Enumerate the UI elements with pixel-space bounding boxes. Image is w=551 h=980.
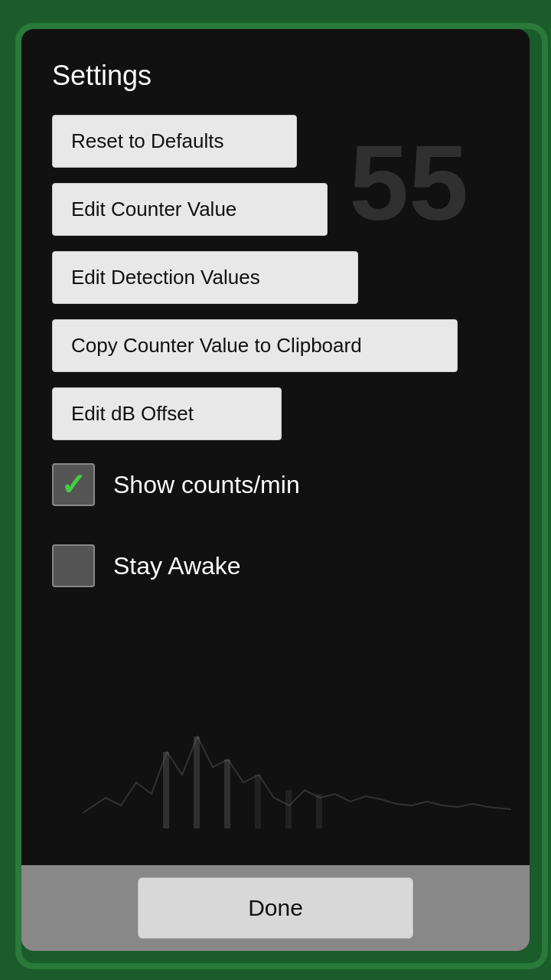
edit-detection-values-button[interactable]: Edit Detection Values [52,251,358,304]
stay-awake-row: Stay Awake [52,544,499,587]
checkmark-icon: ✓ [60,469,86,500]
copy-counter-value-button[interactable]: Copy Counter Value to Clipboard [52,319,458,372]
footer: Done [21,865,530,951]
stay-awake-label: Stay Awake [113,552,241,580]
show-counts-min-label: Show counts/min [113,471,300,499]
outer-border: 55 Settings Reset to Defaults Edit Count… [15,23,536,957]
reset-defaults-button[interactable]: Reset to Defaults [52,115,297,168]
edit-counter-value-button[interactable]: Edit Counter Value [52,183,328,236]
show-counts-min-row: ✓ Show counts/min [52,463,499,506]
done-button[interactable]: Done [138,877,413,939]
page-title: Settings [52,60,499,92]
stay-awake-checkbox[interactable] [52,544,95,587]
show-counts-min-checkbox[interactable]: ✓ [52,463,95,506]
edit-db-offset-button[interactable]: Edit dB Offset [52,387,282,440]
settings-content: Settings Reset to Defaults Edit Counter … [21,29,530,865]
settings-dialog: 55 Settings Reset to Defaults Edit Count… [21,29,530,951]
